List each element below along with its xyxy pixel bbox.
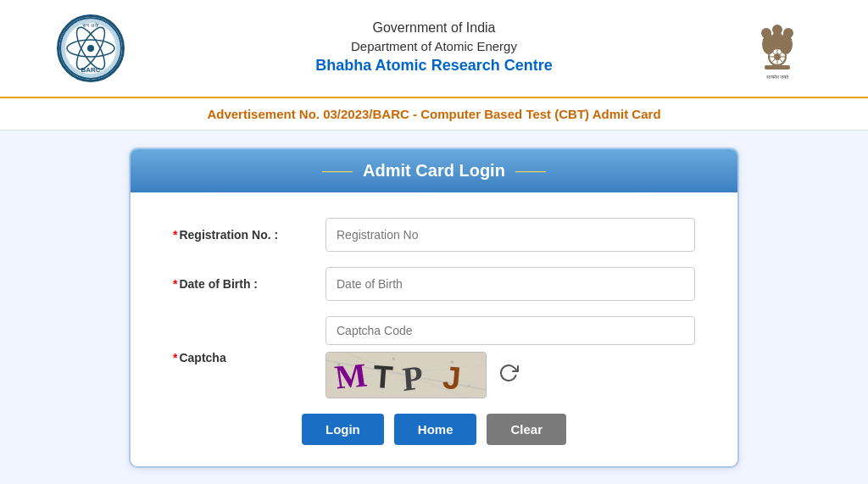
advertisement-bar: Advertisement No. 03/2023/BARC - Compute… [0, 98, 868, 131]
registration-input[interactable] [326, 218, 695, 252]
captcha-refresh-button[interactable] [495, 359, 522, 392]
dept-title: Department of Atomic Energy [129, 39, 739, 53]
svg-text:BARC: BARC [81, 66, 100, 74]
clear-button[interactable]: Clear [487, 414, 566, 445]
ashoka-emblem: सत्यमेव जयते [739, 10, 815, 86]
required-star-reg: * [173, 228, 177, 242]
svg-point-31 [337, 363, 341, 366]
main-content: —— Admit Card Login —— *Registration No.… [0, 131, 868, 484]
barc-logo: BARC भा प अ के [53, 10, 129, 86]
registration-row: *Registration No. : [173, 218, 695, 252]
gov-title: Government of India [129, 20, 739, 36]
header-deco-left: —— [322, 162, 353, 180]
dob-label: *Date of Birth : [173, 277, 326, 291]
captcha-image-row: M T P J [326, 352, 695, 398]
svg-point-33 [450, 360, 453, 364]
advertisement-text: Advertisement No. 03/2023/BARC - Compute… [17, 107, 851, 121]
svg-point-21 [783, 28, 793, 38]
svg-text:M: M [332, 357, 369, 397]
login-card: —— Admit Card Login —— *Registration No.… [129, 147, 739, 468]
captcha-label: *Captcha [173, 351, 326, 364]
svg-point-20 [772, 25, 782, 35]
svg-text:सत्यमेव जयते: सत्यमेव जयते [765, 74, 790, 80]
page-header: BARC भा प अ के Government of India Depar… [0, 0, 868, 98]
dob-row: *Date of Birth : [173, 267, 695, 301]
captcha-image: M T P J [326, 352, 487, 398]
home-button[interactable]: Home [394, 414, 477, 445]
login-form-area: *Registration No. : *Date of Birth : *Ca… [131, 192, 737, 466]
header-text: Government of India Department of Atomic… [129, 20, 739, 76]
captcha-input[interactable] [326, 316, 695, 345]
login-button[interactable]: Login [302, 414, 384, 445]
svg-point-34 [468, 384, 470, 387]
barc-title: Bhabha Atomic Research Centre [129, 57, 739, 75]
required-star-captcha: * [173, 351, 177, 364]
button-row: Login Home Clear [173, 414, 695, 445]
captcha-row: *Captcha [173, 316, 695, 398]
header-deco-right: —— [515, 162, 546, 180]
svg-point-6 [87, 45, 94, 52]
page-wrapper: BARC भा प अ के Government of India Depar… [0, 0, 868, 484]
svg-point-19 [761, 28, 771, 38]
login-card-header: —— Admit Card Login —— [131, 149, 737, 192]
dob-input[interactable] [326, 267, 695, 301]
required-star-dob: * [173, 277, 177, 291]
login-card-title: Admit Card Login [363, 161, 505, 181]
svg-text:भा प अ के: भा प अ के [82, 22, 100, 28]
svg-text:P: P [401, 359, 424, 398]
svg-text:T: T [372, 359, 394, 396]
registration-label: *Registration No. : [173, 228, 326, 242]
svg-point-32 [392, 358, 395, 360]
svg-text:J: J [442, 359, 463, 397]
captcha-section: M T P J [326, 316, 695, 398]
